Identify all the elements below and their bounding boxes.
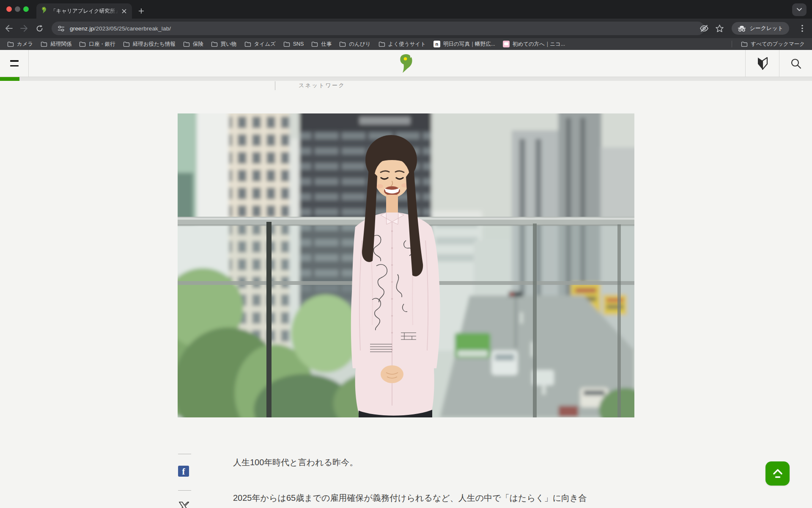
browser-window: 「キャリアブレイク研究所」がつ (0, 0, 812, 508)
folder-icon (211, 41, 218, 47)
tab-search-button[interactable] (792, 3, 807, 16)
category-fragment[interactable]: スネットワーク (299, 82, 345, 89)
site-menu-button[interactable] (0, 50, 29, 77)
window-zoom-button[interactable] (23, 6, 29, 12)
back-arrow-icon (5, 25, 13, 32)
toolbar-actions: シークレット (695, 19, 812, 38)
bookmark-label: のんびり (349, 41, 370, 48)
url-text: greenz.jp/2023/05/25/careerbreak_lab/ (70, 25, 171, 32)
three-dots-icon (801, 25, 803, 32)
site-settings-icon (58, 25, 65, 32)
greenz-favicon-icon (41, 7, 47, 15)
folder-icon (41, 41, 47, 47)
beginner-mark-icon (757, 57, 768, 70)
reload-button[interactable] (33, 22, 46, 35)
bookmark-label: よく使うサイト (388, 41, 426, 48)
bookmark-label: 経理関係 (50, 41, 71, 48)
folder-icon (339, 41, 346, 47)
bookmark-folder[interactable]: よく使うサイト (375, 39, 430, 49)
window-close-button[interactable] (6, 6, 12, 12)
article-content: スネットワーク (0, 81, 812, 508)
reload-icon (36, 25, 43, 32)
folder-icon (183, 41, 190, 47)
folder-icon (123, 41, 130, 47)
star-icon (716, 25, 724, 32)
url-path: /2023/05/25/careerbreak_lab/ (94, 25, 171, 32)
all-bookmarks[interactable]: すべてのブックマーク (732, 38, 809, 50)
bookmark-folder[interactable]: タイムズ (241, 39, 280, 49)
share-divider (178, 490, 191, 491)
bookmarks-bar: カメラ 経理関係 口座・銀行 経理お役たち情報 保険 買い物 タイムズ SNS (0, 38, 812, 50)
category-divider (275, 81, 275, 90)
tab-close-icon[interactable] (120, 7, 128, 15)
bookmark-label: 仕事 (321, 41, 332, 48)
bookmark-folder[interactable]: 経理お役たち情報 (119, 39, 179, 49)
site-header (0, 50, 812, 77)
window-minimize-button[interactable] (15, 6, 20, 12)
incognito-label: シークレット (749, 25, 783, 32)
bookmark-item[interactable]: n 明日の写真｜幡野広... (430, 39, 499, 49)
bookmark-item[interactable]: 初めての方へ｜ニコ... (499, 39, 569, 49)
bookmark-label: タイムズ (254, 41, 276, 48)
all-bookmarks-label: すべてのブックマーク (751, 41, 805, 48)
eye-off-icon (700, 25, 709, 32)
greenz-logo-icon (399, 54, 413, 73)
bookmark-folder[interactable]: 買い物 (207, 39, 241, 49)
search-icon (790, 58, 801, 69)
bookmark-label: 経理お役たち情報 (133, 41, 176, 48)
folder-icon (379, 41, 385, 47)
x-share-button[interactable] (178, 501, 190, 508)
bookmark-label: 明日の写真｜幡野広... (443, 41, 495, 48)
article-body: 人生100年時代と言われる昨今。 2025年からは65歳までの雇用確保が義務付け… (233, 454, 590, 508)
new-tab-button[interactable] (136, 6, 146, 16)
tab-title: 「キャリアブレイク研究所」がつ (51, 8, 120, 15)
folder-icon (79, 41, 86, 47)
x-twitter-icon (179, 502, 189, 508)
forward-button[interactable] (18, 22, 30, 35)
article-paragraph: 人生100年時代と言われる昨今。 (233, 454, 590, 470)
forward-arrow-icon (20, 25, 28, 32)
folder-icon (311, 41, 318, 47)
bookmark-folder[interactable]: のんびり (335, 39, 374, 49)
back-button[interactable] (3, 22, 15, 35)
incognito-badge[interactable]: シークレット (732, 22, 789, 35)
bookmark-label: SNS (293, 41, 304, 47)
bookmark-star-button[interactable] (713, 22, 726, 35)
address-bar[interactable]: greenz.jp/2023/05/25/careerbreak_lab/ (52, 22, 705, 35)
bookmark-folder[interactable]: SNS (280, 39, 308, 49)
article-hero-photo (178, 113, 634, 417)
bookmark-folder[interactable]: 保険 (179, 39, 207, 49)
hero-photo-illustration (178, 113, 634, 417)
reading-progress-track (0, 77, 812, 81)
folder-icon (283, 41, 290, 47)
folder-icon (741, 41, 748, 47)
scroll-to-top-button[interactable] (765, 461, 790, 486)
browser-menu-button[interactable] (796, 22, 809, 35)
url-domain: greenz.jp (70, 25, 94, 32)
bookmark-folder[interactable]: 口座・銀行 (75, 39, 119, 49)
folder-icon (7, 41, 14, 47)
bookmark-label: 初めての方へ｜ニコ... (513, 41, 565, 48)
bookmark-folder[interactable]: カメラ (3, 39, 37, 49)
beginners-guide-button[interactable] (745, 50, 779, 77)
chevron-up-icon (772, 468, 783, 479)
niconico-favicon (503, 41, 510, 47)
incognito-spy-icon (738, 25, 746, 32)
bookmark-folder[interactable]: 仕事 (307, 39, 335, 49)
browser-tab[interactable]: 「キャリアブレイク研究所」がつ (36, 3, 132, 19)
chevron-down-icon (797, 8, 802, 11)
bookmark-label: 口座・銀行 (89, 41, 115, 48)
hamburger-icon (10, 60, 19, 62)
bookmarks-separator (732, 41, 732, 47)
greenz-logo[interactable] (395, 54, 417, 73)
bookmark-label: カメラ (17, 41, 33, 48)
reading-mode-hidden-button[interactable] (698, 22, 710, 35)
note-favicon: n (433, 41, 440, 47)
site-search-button[interactable] (779, 50, 812, 77)
bookmark-label: 買い物 (221, 41, 237, 48)
folder-icon (244, 41, 251, 47)
bookmark-folder[interactable]: 経理関係 (37, 39, 75, 49)
facebook-share-button[interactable]: f (178, 466, 189, 477)
reading-progress-fill (0, 77, 19, 81)
tab-strip: 「キャリアブレイク研究所」がつ (0, 0, 812, 19)
